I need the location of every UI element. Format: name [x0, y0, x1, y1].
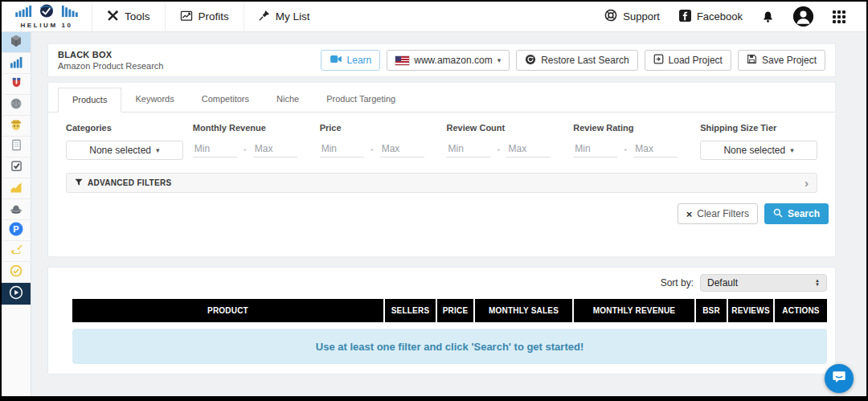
nav-tools-label: Tools [125, 10, 150, 23]
column-header-reviews[interactable]: REVIEWS [727, 299, 773, 322]
sidebar-item-black-box[interactable] [2, 32, 31, 53]
nav-tools[interactable]: Tools [92, 2, 165, 31]
monthly-revenue-min-input[interactable] [193, 141, 237, 158]
sidebar-item-academy[interactable] [2, 283, 31, 305]
index-checker-icon [10, 160, 23, 175]
main-content: BLACK BOX Amazon Product Research Learn [31, 32, 866, 396]
save-floppy-icon [747, 54, 757, 67]
sidebar-item-index-checker[interactable] [2, 158, 31, 178]
facebook-icon [679, 10, 691, 24]
magnet-icon [10, 76, 23, 92]
helium10-logo[interactable]: HELIUM 10 [2, 2, 92, 31]
learn-button-label: Learn [347, 55, 372, 66]
shipping-size-tier-value: None selected [723, 145, 785, 156]
save-project-label: Save Project [762, 55, 817, 66]
nav-support[interactable]: Support [604, 9, 660, 24]
column-header-bsr[interactable]: BSR [694, 299, 727, 322]
tab-products[interactable]: Products [58, 88, 121, 113]
sidebar-item-scribbles[interactable] [2, 137, 31, 158]
profits-p-icon: P [9, 222, 23, 239]
review-rating-min-input[interactable] [573, 141, 617, 158]
cerebro-icon [10, 97, 23, 113]
load-project-icon [653, 54, 664, 67]
categories-select[interactable]: None selected ▾ [66, 141, 183, 160]
advanced-filters-toggle[interactable]: ADVANCED FILTERS › [66, 173, 817, 193]
column-header-price[interactable]: PRICE [436, 299, 473, 322]
user-avatar[interactable] [793, 6, 813, 27]
review-count-max-input[interactable] [506, 141, 551, 158]
academy-play-icon [9, 285, 23, 303]
nav-profits[interactable]: Profits [165, 2, 244, 31]
sidebar-item-misspellinator[interactable] [2, 116, 31, 137]
sidebar-item-cerebro[interactable] [2, 95, 31, 116]
monthly-revenue-max-input[interactable] [253, 141, 297, 158]
column-header-actions[interactable]: ACTIONS [773, 299, 827, 322]
column-header-sellers[interactable]: SELLERS [383, 299, 436, 322]
us-flag-icon [395, 56, 409, 65]
results-card: Sort by: Default ▲▼ PRODUCT SELLERS PRIC… [47, 267, 836, 374]
range-separator: - [497, 144, 500, 155]
apps-grid-icon[interactable] [833, 10, 845, 23]
black-box-icon [10, 35, 23, 51]
load-project-button[interactable]: Load Project [645, 50, 731, 71]
restore-last-search-button[interactable]: Restore Last Search [516, 50, 637, 71]
sidebar-item-trendster[interactable] [2, 53, 31, 74]
support-icon [604, 9, 617, 24]
tab-competitors[interactable]: Competitors [188, 88, 263, 113]
review-count-min-input[interactable] [446, 141, 490, 158]
learn-button[interactable]: Learn [321, 50, 381, 71]
search-button[interactable]: Search [764, 203, 829, 224]
review-count-label: Review Count [446, 123, 563, 133]
column-header-product[interactable]: PRODUCT [72, 299, 383, 322]
price-max-input[interactable] [380, 141, 424, 158]
notifications-bell-icon[interactable] [762, 10, 774, 23]
clear-filters-button[interactable]: × Clear Filters [678, 203, 758, 224]
range-separator: - [371, 144, 374, 155]
sidebar-item-magnet[interactable] [2, 74, 31, 95]
column-header-monthly-sales[interactable]: MONTHLY SALES [473, 299, 572, 322]
price-min-input[interactable] [320, 141, 364, 158]
tool-sidebar: P [2, 32, 31, 396]
nav-support-label: Support [623, 10, 660, 23]
close-icon: × [686, 208, 693, 220]
results-table-header: PRODUCT SELLERS PRICE MONTHLY SALES MONT… [72, 299, 827, 322]
sidebar-item-profits[interactable]: P [2, 220, 31, 241]
monthly-revenue-label: Monthly Revenue [193, 123, 310, 133]
scribbles-document-icon [10, 139, 23, 154]
shipping-size-tier-select[interactable]: None selected ▾ [700, 141, 817, 160]
helium10-logo-icon [12, 4, 81, 21]
video-camera-icon [330, 55, 342, 66]
column-header-monthly-revenue[interactable]: MONTHLY REVENUE [572, 299, 694, 322]
nav-profits-label: Profits [199, 10, 229, 23]
save-project-button[interactable]: Save Project [738, 50, 825, 71]
app-window: HELIUM 10 Tools Profits [2, 2, 866, 396]
page-header: BLACK BOX Amazon Product Research Learn [47, 43, 836, 77]
search-icon [773, 208, 783, 220]
nav-facebook-label: Facebook [697, 10, 743, 23]
sidebar-item-refund-genie[interactable] [2, 241, 31, 262]
sidebar-item-keyword-tracker[interactable] [2, 178, 31, 199]
chevron-right-icon: › [805, 177, 809, 189]
load-project-label: Load Project [669, 55, 723, 66]
trend-bars-icon [10, 55, 23, 72]
sort-by-value: Default [707, 277, 738, 288]
tab-product-targeting[interactable]: Product Targeting [313, 88, 409, 113]
nav-my-list[interactable]: My List [244, 2, 325, 31]
alerts-hat-icon [10, 202, 23, 218]
follow-up-check-icon [10, 264, 23, 280]
tab-niche[interactable]: Niche [263, 88, 313, 113]
review-rating-max-input[interactable] [633, 141, 678, 158]
sidebar-item-follow-up[interactable] [2, 262, 31, 283]
sort-by-select[interactable]: Default ▲▼ [700, 274, 827, 292]
search-type-tabs: Products Keywords Competitors Niche Prod… [48, 83, 835, 113]
filters-card: Products Keywords Competitors Niche Prod… [47, 82, 836, 257]
chat-widget-button[interactable] [825, 364, 854, 393]
nav-facebook[interactable]: Facebook [679, 10, 743, 24]
price-label: Price [320, 123, 437, 133]
sidebar-item-alerts[interactable] [2, 199, 31, 220]
filter-funnel-icon [75, 178, 83, 188]
marketplace-select[interactable]: www.amazon.com ▾ [387, 50, 510, 71]
tab-keywords[interactable]: Keywords [121, 88, 187, 113]
pushpin-icon [259, 10, 270, 23]
chevron-down-icon: ▾ [497, 56, 502, 64]
